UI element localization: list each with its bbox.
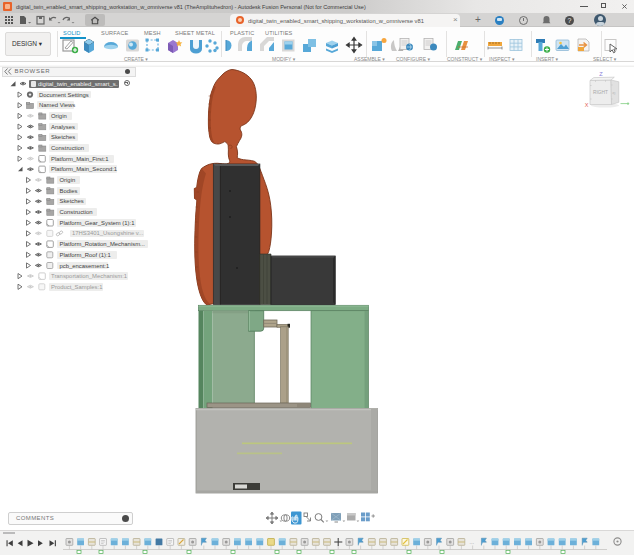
svg-text:…: … xyxy=(469,539,474,545)
